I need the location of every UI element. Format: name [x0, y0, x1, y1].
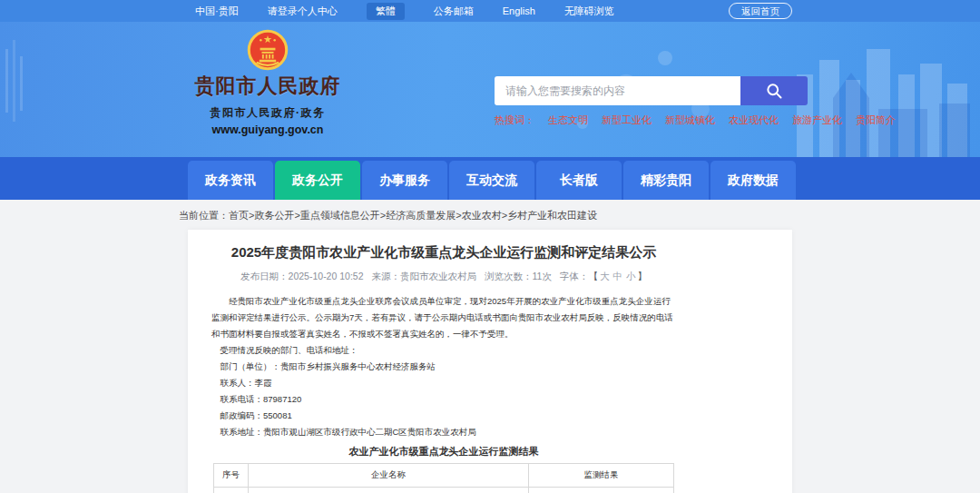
publish-date: 2025-10-20 10:52	[289, 271, 364, 281]
hot-search-item[interactable]: 农业现代化	[729, 113, 779, 127]
nav-tab-news[interactable]: 政务资讯	[188, 161, 273, 200]
nav-tab-interaction[interactable]: 互动交流	[449, 161, 534, 200]
article-title: 2025年度贵阳市农业产业化市级重点龙头企业运行监测和评定结果公示	[211, 242, 676, 263]
article-paragraph: 经贵阳市农业产业化市级重点龙头企业联席会议成员单位审定，现对2025年开展的农业…	[211, 293, 676, 342]
font-size-large-button[interactable]: 大	[600, 271, 610, 281]
font-size-label: 字体：	[560, 271, 589, 281]
breadcrumb: 当前位置：首页>政务公开>重点领域信息公开>经济高质量发展>农业农村>乡村产业和…	[0, 200, 980, 230]
nav-tab-services[interactable]: 办事服务	[362, 161, 447, 200]
font-size-small-button[interactable]: 小	[626, 271, 636, 281]
site-url: www.guiyang.gov.cn	[191, 123, 345, 136]
col-header-company: 企业名称	[249, 463, 529, 487]
breadcrumb-label: 当前位置：	[179, 210, 229, 221]
banner-cityscape-decoration	[0, 22, 980, 157]
nav-tab-highlights[interactable]: 精彩贵阳	[623, 161, 709, 200]
page-content: 当前位置：首页>政务公开>重点领域信息公开>经济高质量发展>农业农村>乡村产业和…	[0, 200, 980, 493]
hot-search-item[interactable]: 新型工业化	[602, 113, 652, 127]
table-header-row: 序号 企业名称 监测结果	[214, 463, 674, 487]
article-paragraph: 受理情况反映的部门、电话和地址：	[211, 342, 676, 359]
article-paragraph: 联系电话：87987120	[211, 391, 676, 408]
nav-tab-disclosure[interactable]: 政务公开	[275, 161, 360, 200]
hot-search-item[interactable]: 贵阳简介	[856, 113, 896, 127]
article-paragraph: 联系人：李霞	[211, 375, 676, 391]
topbar-item-mail[interactable]: 公务邮箱	[434, 5, 474, 18]
nav-tab-elderly[interactable]: 长者版	[536, 161, 622, 200]
article-meta: 发布日期：2025-10-20 10:52来源：贵阳市农业农村局浏览次数：11次…	[211, 271, 676, 283]
topbar-item-login[interactable]: 请登录个人中心	[268, 5, 338, 18]
article-card: 2025年度贵阳市农业产业化市级重点龙头企业运行监测和评定结果公示 发布日期：2…	[188, 230, 792, 493]
topbar-item-region[interactable]: 中国·贵阳	[195, 5, 239, 18]
site-subtitle: 贵阳市人民政府·政务	[191, 105, 345, 121]
article-paragraph: 邮政编码：550081	[211, 408, 676, 424]
search-area: 热搜词： 生态文明 新型工业化 新型城镇化 农业现代化 旅游产业化 贵阳简介	[495, 76, 808, 127]
source: 贵阳市农业农村局	[400, 271, 476, 281]
search-button[interactable]	[740, 76, 808, 105]
search-input[interactable]	[495, 76, 740, 105]
site-name: 贵阳市人民政府	[191, 73, 345, 100]
breadcrumb-path[interactable]: 首页>政务公开>重点领域信息公开>经济高质量发展>农业农村>乡村产业和农田建设	[229, 210, 597, 221]
topbar: 中国·贵阳 请登录个人中心 繁體 公务邮箱 English 无障碍浏览 返回首页	[0, 0, 980, 22]
hot-search: 热搜词： 生态文明 新型工业化 新型城镇化 农业现代化 旅游产业化 贵阳简介	[495, 113, 808, 127]
source-label: 来源：	[372, 271, 401, 281]
views-label: 浏览次数：	[485, 271, 533, 281]
font-size-medium-button[interactable]: 中	[612, 271, 622, 281]
return-home-button[interactable]: 返回首页	[729, 3, 792, 20]
topbar-links: 中国·贵阳 请登录个人中心 繁體 公务邮箱 English 无障碍浏览	[195, 3, 729, 20]
col-header-result: 监测结果	[529, 463, 674, 487]
publish-date-label: 发布日期：	[240, 271, 289, 281]
topbar-item-accessibility[interactable]: 无障碍浏览	[564, 5, 614, 18]
topbar-item-english[interactable]: English	[503, 5, 535, 16]
views: 11次	[533, 271, 552, 281]
col-header-index: 序号	[214, 463, 249, 487]
main-nav: 政务资讯 政务公开 办事服务 互动交流 长者版 精彩贵阳 政府数据	[0, 157, 980, 200]
nav-tab-gov-data[interactable]: 政府数据	[710, 161, 796, 200]
search-icon	[765, 82, 783, 100]
table-row: 1 贵州合力超市采购有限公司 合格	[214, 487, 674, 493]
topbar-item-traditional[interactable]: 繁體	[367, 3, 405, 20]
site-logo[interactable]: 贵阳市人民政府 贵阳市人民政府·政务 www.guiyang.gov.cn	[191, 29, 345, 136]
hot-search-label: 热搜词：	[495, 113, 534, 127]
header-banner: 贵阳市人民政府 贵阳市人民政府·政务 www.guiyang.gov.cn 热搜…	[0, 22, 980, 157]
table-caption: 农业产业化市级重点龙头企业运行监测结果	[211, 445, 676, 458]
hot-search-item[interactable]: 新型城镇化	[665, 113, 715, 127]
monitoring-result-table: 序号 企业名称 监测结果 1 贵州合力超市采购有限公司 合格 2 贵州友禾种业有…	[213, 463, 674, 493]
article-paragraph: 联系地址：贵阳市观山湖区市级行政中心二期C区贵阳市农业农村局	[211, 424, 676, 440]
national-emblem-icon	[247, 29, 289, 71]
hot-search-item[interactable]: 旅游产业化	[792, 113, 842, 127]
article-paragraph: 部门（单位）：贵阳市乡村振兴服务中心农村经济服务站	[211, 359, 676, 375]
hot-search-item[interactable]: 生态文明	[548, 113, 588, 127]
